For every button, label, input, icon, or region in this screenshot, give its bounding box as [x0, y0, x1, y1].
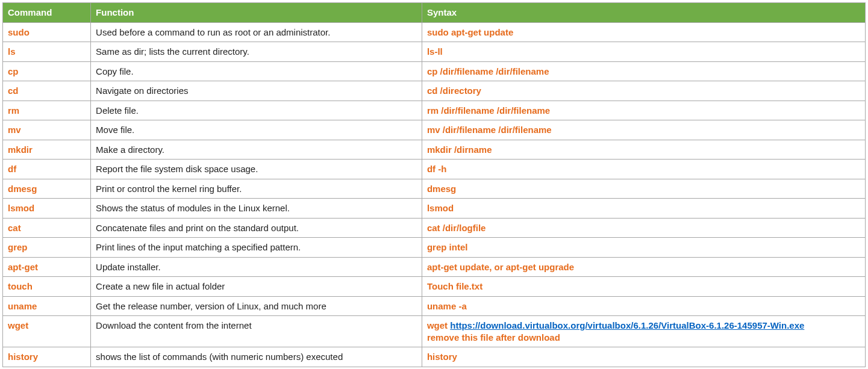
command-cell: uname	[3, 296, 91, 316]
table-header-row: Command Function Syntax	[3, 3, 866, 23]
function-cell: Move file.	[91, 120, 422, 140]
syntax-cell: lsmod	[422, 199, 865, 219]
header-function: Function	[91, 3, 422, 23]
syntax-cell: rm /dir/filename /dir/filename	[422, 101, 865, 120]
syntax-cell: cp /dir/filename /dir/filename	[422, 61, 865, 81]
function-cell: Navigate on directories	[91, 81, 422, 101]
syntax-cell: dmesg	[422, 179, 865, 199]
header-syntax: Syntax	[422, 3, 865, 23]
table-row: apt-getUpdate installer.apt-get update, …	[3, 257, 866, 277]
function-cell: Shows the status of modules in the Linux…	[91, 199, 422, 219]
command-cell: cd	[3, 81, 91, 101]
command-cell: cp	[3, 61, 91, 81]
function-cell: Create a new file in actual folder	[91, 277, 422, 297]
table-row: sudoUsed before a command to run as root…	[3, 22, 866, 42]
syntax-extra-note: remove this file after download	[427, 332, 860, 344]
syntax-cell: mv /dir/filename /dir/filename	[422, 120, 865, 140]
command-cell: apt-get	[3, 257, 91, 277]
table-row: touchCreate a new file in actual folderT…	[3, 277, 866, 297]
function-cell: Print lines of the input matching a spec…	[91, 238, 422, 258]
function-cell: Report the file system disk space usage.	[91, 160, 422, 179]
command-cell: mv	[3, 120, 91, 140]
syntax-cell: ls-ll	[422, 42, 865, 62]
syntax-cell: cat /dir/logfile	[422, 218, 865, 238]
table-row: unameGet the release number, version of …	[3, 296, 866, 316]
table-row: mvMove file.mv /dir/filename /dir/filena…	[3, 120, 866, 140]
command-cell: cat	[3, 218, 91, 238]
table-row: dfReport the file system disk space usag…	[3, 160, 866, 179]
command-cell: history	[3, 347, 91, 367]
function-cell: Get the release number, version of Linux…	[91, 296, 422, 316]
syntax-cell: grep intel	[422, 238, 865, 258]
command-cell: df	[3, 160, 91, 179]
syntax-cell: wget https://download.virtualbox.org/vir…	[422, 316, 865, 347]
table-row: lsSame as dir; lists the current directo…	[3, 42, 866, 62]
function-cell: shows the list of commands (with numeric…	[91, 347, 422, 367]
command-cell: touch	[3, 277, 91, 297]
function-cell: Copy file.	[91, 61, 422, 81]
command-cell: dmesg	[3, 179, 91, 199]
function-cell: Update installer.	[91, 257, 422, 277]
function-cell: Concatenate files and print on the stand…	[91, 218, 422, 238]
command-cell: rm	[3, 101, 91, 120]
table-row: grepPrint lines of the input matching a …	[3, 238, 866, 258]
table-row: mkdirMake a directory.mkdir /dirname	[3, 140, 866, 160]
table-row: historyshows the list of commands (with …	[3, 347, 866, 367]
function-cell: Make a directory.	[91, 140, 422, 160]
table-row: cdNavigate on directoriescd /directory	[3, 81, 866, 101]
table-row: rmDelete file.rm /dir/filename /dir/file…	[3, 101, 866, 120]
command-cell: ls	[3, 42, 91, 62]
command-cell: lsmod	[3, 199, 91, 219]
table-row: lsmodShows the status of modules in the …	[3, 199, 866, 219]
syntax-prefix: wget	[427, 320, 450, 330]
syntax-cell: uname -a	[422, 296, 865, 316]
syntax-cell: sudo apt-get update	[422, 22, 865, 42]
function-cell: Same as dir; lists the current directory…	[91, 42, 422, 62]
syntax-cell: df -h	[422, 160, 865, 179]
syntax-cell: apt-get update, or apt-get upgrade	[422, 257, 865, 277]
syntax-link[interactable]: https://download.virtualbox.org/virtualb…	[450, 320, 804, 330]
command-cell: wget	[3, 316, 91, 347]
header-command: Command	[3, 3, 91, 23]
command-cell: grep	[3, 238, 91, 258]
table-row: wgetDownload the content from the intern…	[3, 316, 866, 347]
function-cell: Download the content from the internet	[91, 316, 422, 347]
syntax-cell: Touch file.txt	[422, 277, 865, 297]
linux-commands-table: Command Function Syntax sudoUsed before …	[2, 2, 866, 367]
syntax-cell: mkdir /dirname	[422, 140, 865, 160]
function-cell: Print or control the kernel ring buffer.	[91, 179, 422, 199]
table-row: catConcatenate files and print on the st…	[3, 218, 866, 238]
syntax-cell: cd /directory	[422, 81, 865, 101]
command-cell: sudo	[3, 22, 91, 42]
function-cell: Used before a command to run as root or …	[91, 22, 422, 42]
function-cell: Delete file.	[91, 101, 422, 120]
table-row: cpCopy file.cp /dir/filename /dir/filena…	[3, 61, 866, 81]
table-row: dmesgPrint or control the kernel ring bu…	[3, 179, 866, 199]
syntax-cell: history	[422, 347, 865, 367]
command-cell: mkdir	[3, 140, 91, 160]
